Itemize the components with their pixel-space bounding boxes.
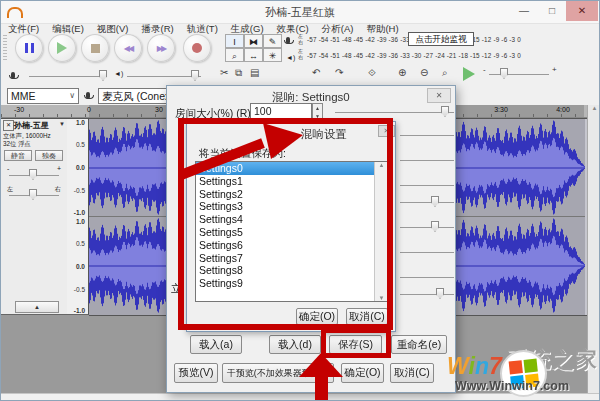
record-meter-mic-icon[interactable] xyxy=(286,34,294,46)
window-title: 孙楠-五星红旗 xyxy=(1,5,599,20)
zoom-tool-button[interactable]: ⌕ xyxy=(225,48,244,62)
skip-end-icon: ▶▶ xyxy=(157,44,165,53)
selection-tool-button[interactable]: I xyxy=(225,34,244,48)
record-volume-thumb[interactable] xyxy=(99,70,107,81)
cancel-button[interactable]: 取消(C) xyxy=(390,363,434,383)
param-slider[interactable] xyxy=(400,160,454,161)
redo-icon[interactable]: ↷ xyxy=(335,67,343,78)
minimize-button[interactable]: — xyxy=(511,1,537,21)
pan-slider-thumb[interactable] xyxy=(29,189,37,200)
record-volume-slider[interactable] xyxy=(29,76,107,77)
cut-icon[interactable]: ✂ xyxy=(220,67,228,78)
waveform-area-left[interactable] xyxy=(89,118,166,316)
waveform-canvas[interactable] xyxy=(89,217,166,314)
sync-lock-icon[interactable]: ⟐ xyxy=(368,67,376,79)
ruler-value: 0.0 xyxy=(65,164,85,171)
play-button[interactable] xyxy=(48,34,76,62)
preview-button[interactable]: 预览(V) xyxy=(174,363,218,383)
param-slider[interactable] xyxy=(400,252,454,253)
speed-plus-label: + xyxy=(552,65,557,74)
collapse-track-button[interactable]: ▲ xyxy=(15,301,59,313)
copy-icon[interactable]: ⧉ xyxy=(235,67,242,79)
menu-transport[interactable]: 播录(R) xyxy=(141,23,173,34)
skip-start-icon: ◀◀ xyxy=(124,44,132,53)
ruler-value: 0.5 xyxy=(65,240,85,247)
param-slider[interactable] xyxy=(400,294,454,295)
audacity-window: 孙楠-五星红旗 — □ ✕ 文件(F) 编辑(E) 视图(V) 播录(R) 轨道… xyxy=(0,0,600,401)
playback-speed-thumb[interactable] xyxy=(500,68,508,79)
menu-generate[interactable]: 生成(G) xyxy=(231,23,264,34)
zoom-fit-icon[interactable]: ⌕ xyxy=(442,67,448,79)
audio-host-select[interactable]: MME ∨ xyxy=(7,88,79,104)
menu-tracks[interactable]: 轨道(T) xyxy=(187,23,218,34)
annotation-arrow-to-save xyxy=(297,353,345,401)
gain-minus-label: - xyxy=(7,165,9,172)
play-volume-thumb[interactable] xyxy=(191,70,199,81)
play-volume-slider[interactable] xyxy=(127,76,201,77)
waveform-canvas[interactable] xyxy=(456,217,587,314)
pause-button[interactable] xyxy=(15,34,43,62)
toolbar-grip[interactable] xyxy=(3,35,7,61)
stop-button[interactable] xyxy=(81,34,109,62)
recording-device-select[interactable]: 麦克风 (Conexan xyxy=(98,88,168,104)
timeline-label: 4:00 xyxy=(548,106,578,113)
timeline-label: 3:30 xyxy=(486,106,516,113)
envelope-tool-button[interactable]: ⧓ xyxy=(244,34,263,48)
param-slider-thumb[interactable] xyxy=(431,221,439,232)
mixer-mic-icon xyxy=(11,69,19,81)
ok-button[interactable]: 确定(O) xyxy=(341,363,384,383)
maximize-button[interactable]: □ xyxy=(539,1,565,21)
transcription-play-icon[interactable] xyxy=(463,67,475,81)
menu-analyze[interactable]: 分析(A) xyxy=(322,23,354,34)
solo-button[interactable]: 独奏 xyxy=(35,150,63,161)
multi-tool-button[interactable]: ✳ xyxy=(263,48,282,62)
param-slider[interactable] xyxy=(400,227,454,228)
device-mic-icon xyxy=(86,89,94,101)
room-size-slider[interactable] xyxy=(335,112,454,113)
undo-icon[interactable]: ↶ xyxy=(312,67,320,78)
menu-file[interactable]: 文件(F) xyxy=(8,23,39,34)
track-close-icon[interactable]: ✕ xyxy=(3,120,14,131)
play-meter-speaker-icon[interactable]: ◄) xyxy=(286,50,295,62)
load-d-button[interactable]: 载入(d) xyxy=(269,335,321,354)
rename-button[interactable]: 重命名(e) xyxy=(391,335,447,354)
zoom-out-icon[interactable]: ⊖ xyxy=(420,67,428,78)
annotation-arrow-to-title xyxy=(171,111,311,191)
monitor-tooltip[interactable]: 点击开始监视 xyxy=(408,32,474,46)
reverb-dialog-close-icon[interactable]: ✕ xyxy=(427,88,451,103)
timeline-label: -30 xyxy=(4,106,34,113)
skip-end-button[interactable]: ▶▶ xyxy=(147,34,175,62)
menu-effect[interactable]: 效果(C) xyxy=(277,23,309,34)
play-meter-scale[interactable]: -57 -54 -51 -48 -45 -42 -39 -36 -33 -30 … xyxy=(307,52,595,59)
zoom-in-icon[interactable]: ⊕ xyxy=(398,67,406,78)
waveform-canvas[interactable] xyxy=(456,119,587,216)
ruler-value: 1.0 xyxy=(65,119,85,126)
paste-icon[interactable]: ▤ xyxy=(250,67,259,78)
mixer-speaker-icon: ◄) xyxy=(114,70,123,77)
track-name[interactable]: 孙楠-五星 xyxy=(14,120,49,131)
vertical-scrollbar[interactable]: ▲ xyxy=(587,105,600,393)
param-slider[interactable] xyxy=(400,135,454,136)
param-slider[interactable] xyxy=(400,202,454,203)
timeshift-tool-button[interactable]: ↔ xyxy=(244,48,263,62)
room-size-slider-thumb[interactable] xyxy=(441,106,449,117)
param-slider-thumb[interactable] xyxy=(431,196,439,207)
draw-tool-button[interactable]: ✎ xyxy=(263,34,282,48)
menu-view[interactable]: 视图(V) xyxy=(97,23,129,34)
menu-edit[interactable]: 编辑(E) xyxy=(52,23,84,34)
gain-slider-thumb[interactable] xyxy=(29,169,37,180)
playback-speed-slider[interactable] xyxy=(489,74,549,75)
track-bitdepth-info: 32位 浮点 xyxy=(3,140,31,149)
menu-help[interactable]: 帮助(H) xyxy=(366,23,398,34)
close-button[interactable]: ✕ xyxy=(566,1,598,21)
skip-start-button[interactable]: ◀◀ xyxy=(114,34,142,62)
record-button[interactable] xyxy=(183,34,211,62)
ruler-value: 0.0 xyxy=(65,263,85,270)
mute-button[interactable]: 静音 xyxy=(4,150,32,161)
param-slider-thumb[interactable] xyxy=(436,288,444,299)
waveform-area-right[interactable] xyxy=(456,118,587,316)
param-slider[interactable] xyxy=(400,277,454,278)
waveform-canvas[interactable] xyxy=(89,119,166,216)
param-slider[interactable] xyxy=(400,185,454,186)
load-a-button[interactable]: 载入(a) xyxy=(190,335,242,354)
